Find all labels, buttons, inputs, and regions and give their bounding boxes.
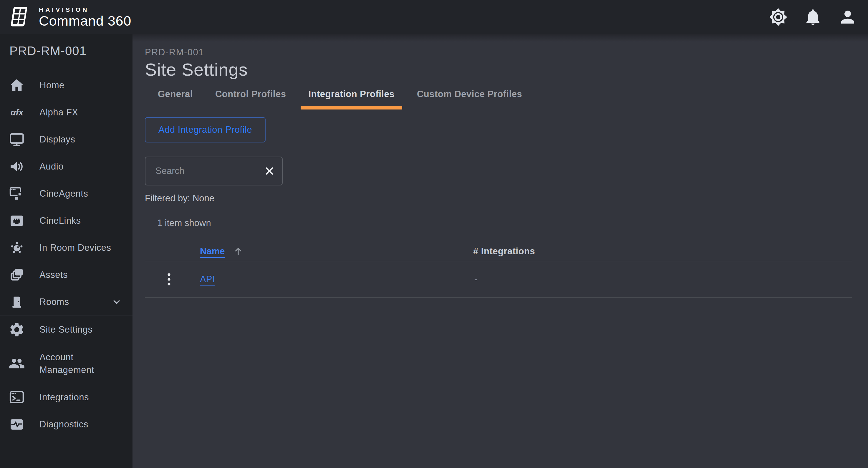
items-shown-label: 1 item shown [157, 218, 868, 228]
sidebar-item-label: In Room Devices [39, 243, 111, 253]
tab-control-profiles[interactable]: Control Profiles [204, 89, 298, 110]
clear-search-button[interactable] [257, 165, 282, 177]
sidebar-item-label: Diagnostics [39, 419, 88, 430]
app-window: HAIVISION Command 360 [0, 0, 868, 468]
page-body: PRD-RM-001 Home αfx Alpha FX [0, 34, 868, 468]
audio-icon [8, 158, 26, 175]
diagnostics-pulse-icon [8, 416, 26, 433]
sidebar-item-label: Audio [39, 161, 64, 172]
sidebar-item-in-room-devices[interactable]: In Room Devices [0, 234, 132, 261]
home-icon [8, 77, 26, 94]
kebab-menu-icon [162, 272, 176, 287]
sidebar-nav-bottom: Site Settings Account Management [0, 315, 132, 438]
sort-by-name-link[interactable]: Name [200, 246, 225, 257]
sidebar-item-home[interactable]: Home [0, 72, 132, 99]
haivision-logo-icon [8, 5, 32, 29]
sidebar-item-label: Home [39, 80, 64, 91]
site-id-label: PRD-RM-001 [9, 43, 132, 58]
tab-integration-profiles[interactable]: Integration Profiles [297, 89, 405, 110]
sidebar-item-account-management[interactable]: Account Management [0, 343, 132, 384]
sidebar-item-label: Displays [39, 134, 75, 145]
main-content: PRD-RM-001 Site Settings General Control… [132, 34, 868, 468]
integration-profiles-table: Name # Integrations [145, 242, 852, 298]
chevron-down-icon [111, 297, 122, 307]
sidebar-item-cineagents[interactable]: CineAgents [0, 180, 132, 207]
tab-general[interactable]: General [147, 89, 204, 110]
display-icon [8, 131, 26, 148]
close-icon [263, 165, 276, 177]
brand-name-small: HAIVISION [39, 6, 131, 13]
sidebar-item-site-settings[interactable]: Site Settings [0, 316, 132, 343]
bell-icon [803, 7, 823, 27]
sidebar-item-audio[interactable]: Audio [0, 153, 132, 180]
row-actions-cell [145, 272, 200, 287]
brand-text: HAIVISION Command 360 [39, 6, 131, 28]
sort-ascending-arrow-icon [232, 246, 244, 257]
integrations-column-header: # Integrations [473, 246, 852, 257]
cinelinks-icon [8, 213, 26, 229]
page-title: Site Settings [145, 59, 868, 80]
table-header-row: Name # Integrations [145, 242, 852, 261]
sidebar-item-label: Alpha FX [39, 107, 78, 118]
row-menu-button[interactable] [162, 272, 176, 287]
person-icon [838, 7, 858, 27]
sidebar-item-displays[interactable]: Displays [0, 126, 132, 153]
search-input[interactable] [146, 166, 257, 176]
sidebar-item-diagnostics[interactable]: Diagnostics [0, 411, 132, 438]
gear-icon [769, 7, 788, 27]
sidebar-item-cinelinks[interactable]: CineLinks [0, 207, 132, 234]
sidebar-item-label: Site Settings [39, 324, 93, 335]
rooms-door-icon [8, 294, 26, 310]
sidebar-item-integrations[interactable]: Integrations [0, 384, 132, 411]
gear-icon [8, 321, 26, 338]
account-button[interactable] [838, 7, 858, 27]
brand[interactable]: HAIVISION Command 360 [8, 5, 131, 29]
users-icon [8, 355, 26, 372]
sidebar-item-label: Integrations [39, 392, 89, 403]
alpha-fx-icon: αfx [8, 107, 26, 118]
sidebar-item-alpha-fx[interactable]: αfx Alpha FX [0, 99, 132, 126]
row-name-cell: API [200, 274, 473, 285]
name-column-header: Name [200, 246, 473, 257]
add-integration-profile-button[interactable]: Add Integration Profile [145, 117, 266, 143]
tab-custom-device-profiles[interactable]: Custom Device Profiles [406, 89, 533, 110]
filtered-by-label: Filtered by: None [145, 193, 868, 204]
tab-bar: General Control Profiles Integration Pro… [145, 89, 868, 110]
notifications-button[interactable] [803, 7, 823, 27]
breadcrumb: PRD-RM-001 [145, 47, 868, 58]
topbar: HAIVISION Command 360 [0, 0, 868, 34]
topbar-actions [769, 7, 858, 27]
sidebar-item-rooms[interactable]: Rooms [0, 288, 132, 315]
assets-icon [8, 267, 26, 283]
cineagents-icon [8, 185, 26, 202]
sidebar-item-label: Assets [39, 270, 68, 280]
table-row: API - [145, 261, 852, 298]
row-integrations-cell: - [473, 274, 852, 285]
sidebar-item-label: Rooms [39, 297, 69, 307]
in-room-devices-icon [8, 240, 26, 256]
sidebar-item-label: Account Management [39, 351, 113, 376]
sidebar-nav-top: Home αfx Alpha FX [0, 72, 132, 315]
terminal-icon [8, 389, 26, 406]
sidebar-item-label: CineLinks [39, 215, 81, 226]
search-box [145, 157, 283, 185]
settings-button[interactable] [769, 7, 788, 27]
profile-link-api[interactable]: API [200, 274, 215, 284]
sidebar-item-assets[interactable]: Assets [0, 261, 132, 288]
brand-name-large: Command 360 [39, 14, 131, 28]
sidebar: PRD-RM-001 Home αfx Alpha FX [0, 34, 132, 468]
sidebar-item-label: CineAgents [39, 188, 88, 199]
